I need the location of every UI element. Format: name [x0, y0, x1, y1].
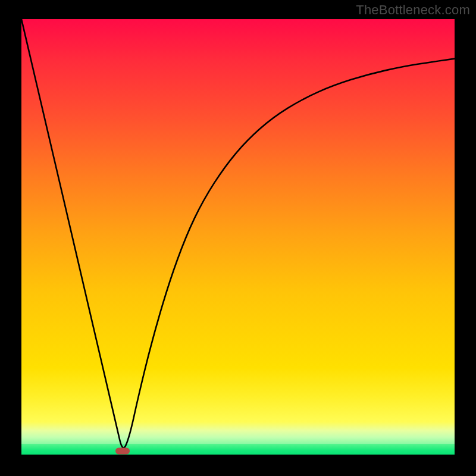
watermark-text: TheBottleneck.com	[356, 2, 470, 18]
bottleneck-curve	[21, 19, 455, 455]
plot-area	[21, 19, 455, 455]
chart-frame: TheBottleneck.com	[0, 0, 476, 476]
minimum-marker	[115, 448, 130, 455]
